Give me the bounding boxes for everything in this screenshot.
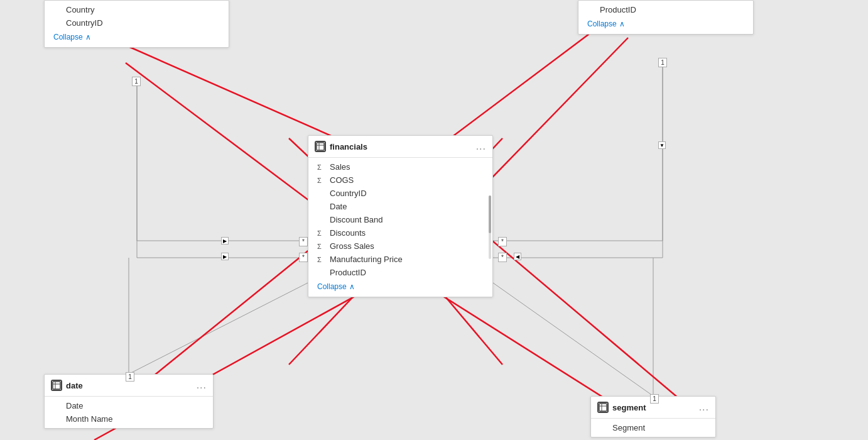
date-field-row: Date xyxy=(45,399,213,412)
measure-icon: Σ xyxy=(317,243,326,250)
segment-menu-button[interactable]: ... xyxy=(699,402,709,413)
cogs-field-row: Σ COGS xyxy=(308,173,492,187)
svg-rect-30 xyxy=(599,404,607,411)
country-table-card: Country CountryID Collapse ∧ xyxy=(44,0,229,48)
financials-table-card: financials ... Σ Sales Σ COGS CountryID … xyxy=(308,135,493,297)
svg-rect-24 xyxy=(317,143,324,150)
scrollbar[interactable] xyxy=(489,195,491,259)
sales-label: Sales xyxy=(330,162,350,172)
star-badge-right-2: * xyxy=(498,253,507,262)
segment-body: Segment xyxy=(591,419,715,437)
connector-arrow-down: ▼ xyxy=(658,141,666,149)
date-table-card: date ... Date Month Name xyxy=(44,374,214,429)
connector-badge-1-date: 1 xyxy=(126,372,134,382)
measure-icon: Σ xyxy=(317,229,326,237)
product-collapse[interactable]: Collapse ∧ xyxy=(578,16,753,31)
mfgprice-field-row: Σ Manufacturing Price xyxy=(308,253,492,266)
connector-arrow-right-1: ▶ xyxy=(221,237,229,245)
productid-field-row: ProductID xyxy=(578,3,753,16)
collapse-icon: ∧ xyxy=(349,282,355,291)
grosssales-field-row: Σ Gross Sales xyxy=(308,239,492,253)
date-fin-field-row: Date xyxy=(308,200,492,213)
date-table-icon xyxy=(51,380,62,391)
svg-line-11 xyxy=(493,283,653,396)
collapse-icon: ∧ xyxy=(619,19,625,28)
date-field-label: Date xyxy=(66,401,83,410)
mfgprice-label: Manufacturing Price xyxy=(330,255,403,264)
financials-title: financials xyxy=(330,142,472,151)
date-menu-button[interactable]: ... xyxy=(197,380,207,391)
star-badge-left-2: * xyxy=(299,253,308,262)
cogs-label: COGS xyxy=(330,175,354,185)
financials-menu-button[interactable]: ... xyxy=(476,141,486,152)
productid-fin-field-row: ProductID xyxy=(308,266,492,279)
segment-field-label: Segment xyxy=(612,423,645,432)
measure-icon: Σ xyxy=(317,256,326,263)
star-badge-right-1: * xyxy=(498,237,507,246)
date-fin-label: Date xyxy=(330,202,347,211)
countryid-fin-field-row: CountryID xyxy=(308,187,492,200)
segment-field-row: Segment xyxy=(591,421,715,434)
connector-badge-1: 1 xyxy=(132,77,141,86)
countryid-fin-label: CountryID xyxy=(330,189,367,198)
date-title: date xyxy=(66,381,193,390)
financials-collapse[interactable]: Collapse ∧ xyxy=(308,279,492,294)
svg-rect-27 xyxy=(53,382,60,389)
measure-icon: Σ xyxy=(317,163,326,171)
connector-arrow-left: ◀ xyxy=(514,253,521,260)
productid-fin-label: ProductID xyxy=(330,268,366,277)
discounts-label: Discounts xyxy=(330,228,366,238)
star-badge-left-1: * xyxy=(299,237,308,246)
discountband-label: Discount Band xyxy=(330,215,383,224)
connector-badge-1-product: 1 xyxy=(658,58,667,67)
connector-arrow-right-2: ▶ xyxy=(221,253,229,260)
monthname-field-label: Month Name xyxy=(66,414,112,424)
sales-field-row: Σ Sales xyxy=(308,160,492,173)
measure-icon: Σ xyxy=(317,177,326,184)
collapse-label: Collapse xyxy=(587,19,617,28)
connector-badge-1-segment: 1 xyxy=(650,394,659,404)
discounts-field-row: Σ Discounts xyxy=(308,226,492,239)
financials-table-icon xyxy=(315,141,326,152)
grosssales-label: Gross Sales xyxy=(330,241,374,251)
segment-title: segment xyxy=(612,403,695,412)
collapse-icon: ∧ xyxy=(85,33,91,41)
collapse-label: Collapse xyxy=(317,282,347,291)
monthname-field-row: Month Name xyxy=(45,412,213,426)
countryid-field-row: CountryID xyxy=(45,16,229,30)
financials-header: financials ... xyxy=(308,136,492,158)
countryid-field-label: CountryID xyxy=(66,18,103,28)
product-table-card: ProductID Collapse ∧ xyxy=(578,0,754,35)
collapse-label: Collapse xyxy=(53,33,83,41)
country-field-row: Country xyxy=(45,3,229,16)
date-body: Date Month Name xyxy=(45,397,213,428)
country-collapse[interactable]: Collapse ∧ xyxy=(45,30,229,45)
discountband-field-row: Discount Band xyxy=(308,213,492,226)
country-field-label: Country xyxy=(66,5,95,14)
segment-table-icon xyxy=(597,402,609,413)
svg-line-9 xyxy=(129,283,308,374)
productid-field-label: ProductID xyxy=(600,5,636,14)
